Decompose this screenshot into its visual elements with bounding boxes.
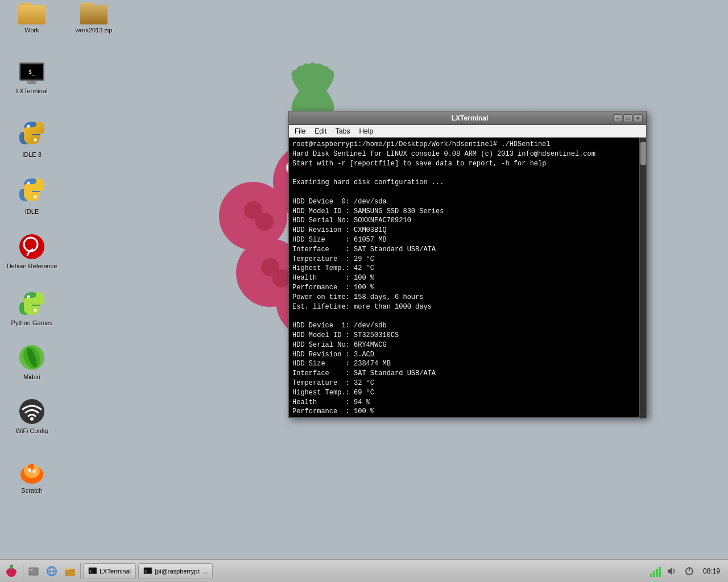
menu-help[interactable]: Help bbox=[355, 126, 377, 136]
bar2 bbox=[653, 571, 655, 577]
taskbar-folder-icon bbox=[64, 566, 76, 577]
svg-point-56 bbox=[9, 571, 10, 572]
python-games-icon bbox=[18, 290, 46, 317]
svg-point-31 bbox=[27, 125, 30, 128]
debian-icon bbox=[18, 233, 46, 260]
svg-point-57 bbox=[13, 571, 14, 572]
svg-point-47 bbox=[32, 469, 36, 473]
scratch-icon bbox=[18, 458, 46, 485]
pi-task-label: [pi@raspberrypi: ... bbox=[155, 568, 208, 575]
desktop-icon-wifi[interactable]: WiFi Config bbox=[6, 398, 57, 435]
desktop-icon-idle[interactable]: IDLE bbox=[6, 176, 57, 215]
svg-point-55 bbox=[11, 564, 13, 569]
work2013-label: work2013.zip bbox=[68, 27, 119, 34]
pi-task-icon: $_ bbox=[143, 567, 152, 575]
volume-icon[interactable] bbox=[663, 563, 679, 579]
terminal-title: LXTerminal bbox=[326, 114, 613, 122]
idle3-label: IDLE 3 bbox=[6, 151, 57, 159]
svg-point-58 bbox=[11, 573, 12, 574]
idle-label: IDLE bbox=[6, 208, 57, 215]
scratch-label: Scratch bbox=[6, 487, 57, 494]
terminal-menubar: File Edit Tabs Help bbox=[289, 125, 646, 138]
desktop-icon-work2013[interactable]: work2013.zip bbox=[68, 3, 119, 34]
svg-point-33 bbox=[27, 182, 30, 185]
taskbar-folder-icon[interactable] bbox=[62, 563, 78, 579]
svg-point-17 bbox=[255, 213, 274, 231]
taskbar-separator-1 bbox=[23, 563, 23, 579]
svg-text:$_: $_ bbox=[145, 569, 149, 573]
terminal-task-icon: $_ bbox=[88, 567, 97, 575]
taskbar-separator-2 bbox=[80, 563, 81, 579]
terminal-body[interactable]: root@raspberrypi:/home/pi/Desktop/Work/h… bbox=[289, 138, 646, 417]
bar3 bbox=[656, 569, 658, 577]
lxterminal-task-button[interactable]: $_ LXTerminal bbox=[83, 563, 136, 579]
svg-text:$_: $_ bbox=[90, 569, 94, 573]
svg-rect-63 bbox=[65, 568, 69, 570]
svg-point-34 bbox=[34, 196, 37, 198]
browser-icon bbox=[46, 566, 57, 577]
terminal-titlebar: LXTerminal − □ ✕ bbox=[289, 111, 646, 125]
midori-label: Midori bbox=[6, 373, 57, 381]
desktop-icon-scratch[interactable]: Scratch bbox=[6, 458, 57, 494]
desktop-icon-python-games[interactable]: Python Games bbox=[6, 290, 57, 327]
desktop: Work work2013.zip $_ LXTerminal bbox=[0, 0, 728, 559]
files-icon bbox=[28, 566, 39, 577]
svg-rect-60 bbox=[29, 569, 33, 571]
power-icon[interactable] bbox=[681, 563, 697, 579]
python-games-label: Python Games bbox=[6, 319, 57, 327]
svg-point-38 bbox=[34, 309, 37, 312]
close-button[interactable]: ✕ bbox=[634, 114, 643, 122]
taskbar-files-icon[interactable] bbox=[26, 563, 42, 579]
desktop-icon-work[interactable]: Work bbox=[6, 3, 57, 34]
minimize-button[interactable]: − bbox=[613, 114, 622, 122]
taskbar-tray: 08:19 bbox=[648, 563, 726, 579]
lxterminal-label: LXTerminal bbox=[6, 88, 57, 95]
midori-icon bbox=[18, 344, 46, 371]
menu-tabs[interactable]: Tabs bbox=[332, 126, 353, 136]
bar1 bbox=[650, 573, 652, 577]
titlebar-controls: − □ ✕ bbox=[613, 114, 643, 122]
desktop-icon-lxterminal[interactable]: $_ LXTerminal bbox=[6, 63, 57, 95]
terminal-scrollbar[interactable] bbox=[639, 138, 646, 418]
wifi-label: WiFi Config bbox=[6, 427, 57, 435]
svg-rect-59 bbox=[29, 568, 38, 575]
svg-marker-68 bbox=[668, 567, 672, 575]
lxterminal-task-label: LXTerminal bbox=[100, 568, 131, 575]
tray-clock: 08:19 bbox=[700, 566, 723, 576]
menu-edit[interactable]: Edit bbox=[311, 126, 330, 136]
desktop-icon-midori[interactable]: Midori bbox=[6, 344, 57, 381]
debian-label: Debian Reference bbox=[6, 263, 57, 270]
wifi-icon bbox=[18, 398, 46, 425]
svg-point-37 bbox=[27, 296, 30, 298]
svg-point-43 bbox=[30, 417, 34, 421]
terminal-window: LXTerminal − □ ✕ File Edit Tabs Help roo… bbox=[288, 111, 647, 418]
idle-icon bbox=[18, 176, 46, 203]
network-bars-icon bbox=[650, 566, 661, 577]
taskbar: $_ LXTerminal $_ [pi@raspberrypi: ... bbox=[0, 559, 728, 582]
maximize-button[interactable]: □ bbox=[623, 114, 632, 122]
desktop-icon-idle3[interactable]: IDLE 3 bbox=[6, 119, 57, 159]
volume-svg bbox=[666, 566, 676, 576]
power-svg bbox=[684, 566, 694, 576]
svg-point-46 bbox=[28, 468, 31, 472]
idle3-icon bbox=[18, 119, 46, 147]
taskbar-browser-icon[interactable] bbox=[44, 563, 60, 579]
rpi-start-icon bbox=[5, 564, 18, 578]
work-folder-label: Work bbox=[6, 27, 57, 34]
menu-file[interactable]: File bbox=[291, 126, 309, 136]
bar4 bbox=[659, 567, 661, 577]
taskbar-start-button[interactable] bbox=[2, 562, 20, 580]
desktop-icon-debian[interactable]: Debian Reference bbox=[6, 233, 57, 270]
svg-point-52 bbox=[11, 572, 15, 576]
pi-task-button[interactable]: $_ [pi@raspberrypi: ... bbox=[138, 563, 213, 579]
svg-point-32 bbox=[34, 139, 37, 142]
